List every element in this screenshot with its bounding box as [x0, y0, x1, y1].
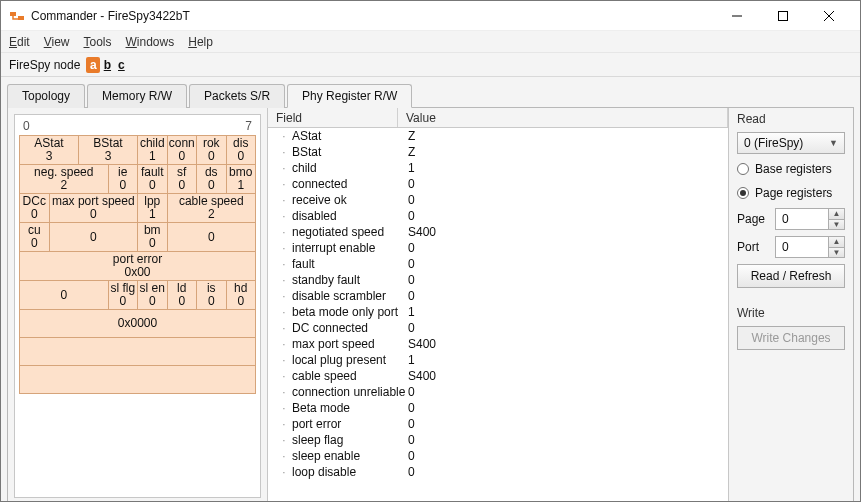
- menu-edit[interactable]: Edit: [9, 35, 30, 49]
- bitmap-cell[interactable]: is0: [197, 281, 227, 310]
- bitmap-cell[interactable]: ld0: [167, 281, 197, 310]
- list-item[interactable]: ·disable scrambler0: [268, 288, 728, 304]
- header-field[interactable]: Field: [268, 108, 398, 127]
- list-item[interactable]: ·beta mode only port1: [268, 304, 728, 320]
- read-refresh-button[interactable]: Read / Refresh: [737, 264, 845, 288]
- bitmap-cell[interactable]: sl en0: [138, 281, 168, 310]
- menu-help[interactable]: Help: [188, 35, 213, 49]
- spin-up-icon[interactable]: ▲: [828, 236, 845, 247]
- node-button-b[interactable]: b: [100, 57, 114, 73]
- bitmap-cell[interactable]: ie0: [108, 165, 138, 194]
- write-changes-button[interactable]: Write Changes: [737, 326, 845, 350]
- header-value[interactable]: Value: [398, 108, 728, 127]
- bitmap-cell[interactable]: fault0: [138, 165, 168, 194]
- bitmap-cell[interactable]: child1: [138, 136, 168, 165]
- tree-node-icon: ·: [278, 451, 290, 462]
- bitmap-cell[interactable]: [20, 366, 256, 394]
- read-section-label: Read: [737, 112, 845, 126]
- spin-down-icon[interactable]: ▼: [828, 219, 845, 231]
- list-item[interactable]: ·port error0: [268, 416, 728, 432]
- list-item[interactable]: ·sleep enable0: [268, 448, 728, 464]
- bitmap-inner: 0 7 AStat3BStat3child1conn0rok0dis0neg. …: [14, 114, 261, 498]
- svg-rect-1: [18, 16, 24, 20]
- list-item[interactable]: ·Beta mode0: [268, 400, 728, 416]
- tab-packets-s-r[interactable]: Packets S/R: [189, 84, 285, 108]
- svg-rect-3: [779, 11, 788, 20]
- field-name: sleep enable: [290, 449, 408, 463]
- field-name: Beta mode: [290, 401, 408, 415]
- bitmap-cell[interactable]: 0: [49, 223, 138, 252]
- field-value: 1: [408, 305, 728, 319]
- menu-tools[interactable]: Tools: [84, 35, 112, 49]
- bitmap-cell[interactable]: lpp1: [138, 194, 168, 223]
- bitmap-cell[interactable]: conn0: [167, 136, 197, 165]
- bitmap-table[interactable]: AStat3BStat3child1conn0rok0dis0neg. spee…: [19, 135, 256, 394]
- spin-up-icon[interactable]: ▲: [828, 208, 845, 219]
- tab-memory-r-w[interactable]: Memory R/W: [87, 84, 187, 108]
- port-value[interactable]: 0: [775, 236, 828, 258]
- bitmap-cell[interactable]: BStat3: [79, 136, 138, 165]
- spin-down-icon[interactable]: ▼: [828, 247, 845, 259]
- minimize-button[interactable]: [714, 1, 760, 31]
- list-item[interactable]: ·negotiated speedS400: [268, 224, 728, 240]
- bitmap-cell[interactable]: 0x0000: [20, 310, 256, 338]
- list-item[interactable]: ·max port speedS400: [268, 336, 728, 352]
- list-item[interactable]: ·fault0: [268, 256, 728, 272]
- tree-node-icon: ·: [278, 179, 290, 190]
- list-item[interactable]: ·receive ok0: [268, 192, 728, 208]
- bitmap-cell[interactable]: port error0x00: [20, 252, 256, 281]
- list-item[interactable]: ·loop disable0: [268, 464, 728, 480]
- list-item[interactable]: ·connected0: [268, 176, 728, 192]
- list-item[interactable]: ·BStatZ: [268, 144, 728, 160]
- node-button-a[interactable]: a: [86, 57, 100, 73]
- bitmap-cell[interactable]: cable speed2: [167, 194, 256, 223]
- port-label: Port: [737, 240, 767, 254]
- device-select[interactable]: 0 (FireSpy) ▼: [737, 132, 845, 154]
- list-item[interactable]: ·standby fault0: [268, 272, 728, 288]
- radio-page-registers[interactable]: Page registers: [737, 184, 845, 202]
- list-item[interactable]: ·sleep flag0: [268, 432, 728, 448]
- bitmap-cell[interactable]: sl flg0: [108, 281, 138, 310]
- bitmap-cell[interactable]: bm0: [138, 223, 168, 252]
- radio-base-registers[interactable]: Base registers: [737, 160, 845, 178]
- tree-node-icon: ·: [278, 339, 290, 350]
- field-list-body[interactable]: ·AStatZ·BStatZ·child1·connected0·receive…: [268, 128, 728, 502]
- list-item[interactable]: ·AStatZ: [268, 128, 728, 144]
- list-item[interactable]: ·interrupt enable0: [268, 240, 728, 256]
- page-spinner[interactable]: 0 ▲▼: [775, 208, 845, 230]
- bitmap-cell[interactable]: AStat3: [20, 136, 79, 165]
- tree-node-icon: ·: [278, 195, 290, 206]
- bitmap-cell[interactable]: hd0: [226, 281, 256, 310]
- maximize-button[interactable]: [760, 1, 806, 31]
- menu-windows[interactable]: Windows: [126, 35, 175, 49]
- bitmap-cell[interactable]: dis0: [226, 136, 256, 165]
- chevron-down-icon: ▼: [829, 138, 838, 148]
- list-item[interactable]: ·disabled0: [268, 208, 728, 224]
- bitmap-cell[interactable]: neg. speed2: [20, 165, 109, 194]
- bitmap-cell[interactable]: [20, 338, 256, 366]
- list-item[interactable]: ·connection unreliable0: [268, 384, 728, 400]
- tree-node-icon: ·: [278, 243, 290, 254]
- list-item[interactable]: ·local plug present1: [268, 352, 728, 368]
- bitmap-cell[interactable]: 0: [20, 281, 109, 310]
- bitmap-cell[interactable]: max port speed0: [49, 194, 138, 223]
- bitmap-cell[interactable]: cu0: [20, 223, 50, 252]
- tab-topology[interactable]: Topology: [7, 84, 85, 108]
- node-button-c[interactable]: c: [114, 57, 128, 73]
- bitmap-cell[interactable]: ds0: [197, 165, 227, 194]
- page-value[interactable]: 0: [775, 208, 828, 230]
- list-item[interactable]: ·child1: [268, 160, 728, 176]
- bitmap-cell[interactable]: bmo1: [226, 165, 256, 194]
- tree-node-icon: ·: [278, 259, 290, 270]
- list-item[interactable]: ·DC connected0: [268, 320, 728, 336]
- bitmap-cell[interactable]: 0: [167, 223, 256, 252]
- tab-phy-register-r-w[interactable]: Phy Register R/W: [287, 84, 412, 108]
- bitmap-cell[interactable]: DCc0: [20, 194, 50, 223]
- port-spinner[interactable]: 0 ▲▼: [775, 236, 845, 258]
- bitmap-cell[interactable]: sf0: [167, 165, 197, 194]
- field-value: S400: [408, 337, 728, 351]
- menu-view[interactable]: View: [44, 35, 70, 49]
- list-item[interactable]: ·cable speedS400: [268, 368, 728, 384]
- close-button[interactable]: [806, 1, 852, 31]
- bitmap-cell[interactable]: rok0: [197, 136, 227, 165]
